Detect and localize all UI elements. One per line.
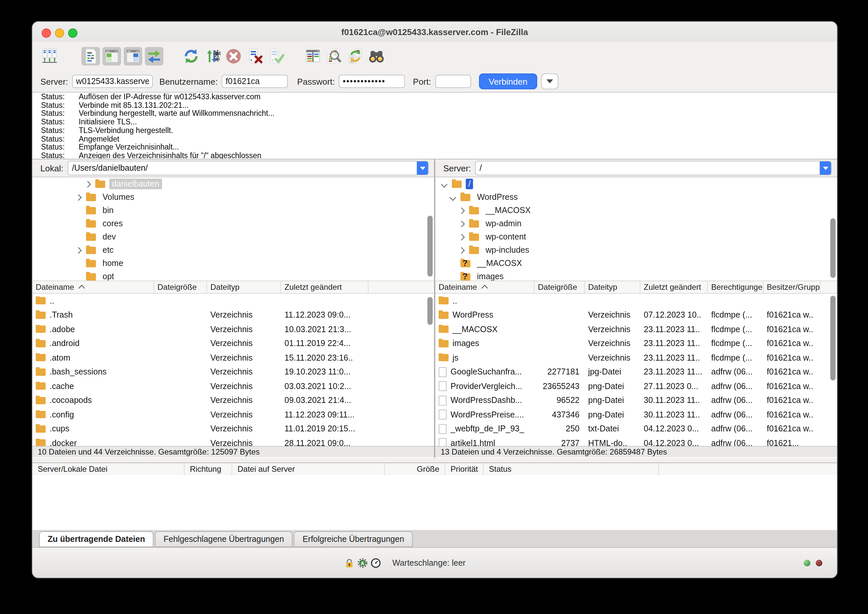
queue-tab[interactable]: Fehlgeschlagene Übertragungen: [155, 531, 293, 547]
queue-column-direction[interactable]: Richtung: [184, 463, 232, 475]
tree-item[interactable]: opt: [33, 270, 434, 281]
local-tree-scrollbar[interactable]: [427, 216, 432, 277]
file-row[interactable]: js Verzeichnis 23.11.2023 11.. flcdmpe (…: [436, 351, 837, 365]
tree-item[interactable]: wp-admin: [436, 217, 837, 230]
site-manager-icon[interactable]: [40, 47, 59, 65]
remote-file-list[interactable]: .. WordPress Verzeichnis 07.12.2023 10..…: [436, 294, 837, 446]
username-input[interactable]: [222, 75, 288, 88]
column-header-name[interactable]: Dateiname: [33, 281, 154, 293]
process-queue-icon[interactable]: [203, 47, 222, 65]
synchronized-browsing-icon[interactable]: [367, 47, 386, 65]
directory-comparison-icon[interactable]: [346, 47, 364, 65]
quickconnect-dropdown-button[interactable]: [541, 73, 558, 89]
queue-column-status[interactable]: Status: [484, 463, 659, 475]
expand-chevron-icon[interactable]: [441, 181, 448, 187]
server-input[interactable]: [72, 75, 153, 88]
expand-chevron-icon[interactable]: [75, 247, 82, 253]
refresh-icon[interactable]: [182, 47, 200, 65]
column-header-type[interactable]: Dateityp: [207, 281, 281, 293]
file-row[interactable]: ProviderVergleich... 23655243 png-Datei …: [436, 379, 837, 393]
cancel-operation-icon[interactable]: [224, 47, 243, 65]
file-row[interactable]: WordPressDashb... 96522 png-Datei 30.11.…: [436, 393, 837, 408]
column-header-size[interactable]: Dateigröße: [535, 281, 585, 293]
file-row[interactable]: artikel1.html 2737 HTML-do.. 04.12.2023 …: [436, 436, 837, 446]
password-input[interactable]: [339, 75, 405, 88]
queue-column-priority[interactable]: Priorität: [445, 463, 484, 475]
tree-item[interactable]: bin: [33, 204, 434, 217]
tree-item[interactable]: /: [436, 177, 837, 191]
gear-auto-icon[interactable]: A: [356, 557, 368, 569]
tree-item[interactable]: WordPress: [436, 191, 837, 204]
local-path-dropdown-button[interactable]: [417, 161, 428, 175]
column-header-size[interactable]: Dateigröße: [154, 281, 207, 293]
file-row[interactable]: WordPress Verzeichnis 07.12.2023 10.. fl…: [436, 308, 837, 322]
tree-item[interactable]: home: [33, 257, 434, 270]
queue-tab[interactable]: Zu übertragende Dateien: [39, 531, 154, 547]
local-directory-tree[interactable]: danielbauten Volumes bin: [33, 177, 434, 281]
expand-chevron-icon[interactable]: [458, 207, 465, 214]
file-row[interactable]: WordPressPreise.... 437346 png-Datei 30.…: [436, 408, 837, 422]
file-row[interactable]: .docker Verzeichnis 28.11.2021 09:0...: [33, 436, 434, 446]
local-path-combobox[interactable]: /Users/danielbauten/: [67, 161, 429, 175]
tree-item[interactable]: wp-includes: [436, 243, 837, 257]
file-row[interactable]: .android Verzeichnis 01.11.2019 22:4...: [33, 336, 434, 351]
reconnect-icon[interactable]: [267, 47, 285, 65]
remote-tree-toggle-icon[interactable]: [124, 47, 142, 65]
tree-item[interactable]: wp-content: [436, 230, 837, 243]
column-header-modified[interactable]: Zuletzt geändert: [281, 281, 369, 293]
directory-listing-icon[interactable]: [304, 47, 322, 65]
message-log[interactable]: Status: Auflösen der IP-Adresse für w012…: [33, 93, 837, 160]
remote-directory-tree[interactable]: / WordPress __MACOSX: [436, 177, 837, 281]
column-header-permissions[interactable]: Berechtigunge: [708, 281, 764, 293]
column-header-owner[interactable]: Besitzer/Grupp: [764, 281, 820, 293]
column-header-name[interactable]: Dateiname: [436, 281, 535, 293]
file-row[interactable]: GoogleSuchanfra... 2277181 jpg-Datei 23.…: [436, 365, 837, 379]
connect-button[interactable]: Verbinden: [479, 73, 537, 89]
file-row[interactable]: .cache Verzeichnis 03.03.2021 10:2...: [33, 379, 434, 393]
queue-column-size[interactable]: Größe: [385, 463, 445, 475]
tree-item[interactable]: __MACOSX: [436, 257, 837, 270]
port-input[interactable]: [435, 75, 471, 88]
disconnect-icon[interactable]: [245, 47, 264, 65]
local-list-scrollbar[interactable]: [427, 297, 432, 325]
queue-tab[interactable]: Erfolgreiche Übertragungen: [294, 531, 413, 547]
file-row[interactable]: .adobe Verzeichnis 10.03.2021 21:3...: [33, 322, 434, 336]
expand-chevron-icon[interactable]: [458, 234, 465, 240]
remote-tree-scrollbar[interactable]: [830, 219, 835, 278]
file-row[interactable]: .config Verzeichnis 11.12.2023 09:11...: [33, 408, 434, 422]
local-file-list[interactable]: .. .Trash Verzeichnis 11.12.2023 09:0...: [33, 294, 434, 446]
local-tree-toggle-icon[interactable]: [102, 47, 121, 65]
speed-limit-gauge-icon[interactable]: [370, 557, 381, 569]
expand-chevron-icon[interactable]: [458, 247, 465, 253]
lock-icon[interactable]: [343, 557, 355, 569]
expand-chevron-icon[interactable]: [84, 181, 91, 187]
tree-item[interactable]: danielbauten: [33, 177, 434, 191]
tree-item[interactable]: etc: [33, 243, 434, 257]
file-row[interactable]: .cocoapods Verzeichnis 09.03.2021 21:4..…: [33, 393, 434, 408]
file-row[interactable]: .atom Verzeichnis 15.11.2020 23:16..: [33, 351, 434, 365]
expand-chevron-icon[interactable]: [450, 194, 456, 200]
tree-item[interactable]: cores: [33, 217, 434, 230]
file-row[interactable]: images Verzeichnis 23.11.2023 11.. flcdm…: [436, 336, 837, 351]
file-row[interactable]: .bash_sessions Verzeichnis 19.10.2023 11…: [33, 365, 434, 379]
file-row[interactable]: .Trash Verzeichnis 11.12.2023 09:0...: [33, 308, 434, 322]
tree-item[interactable]: images: [436, 270, 837, 281]
transfer-queue-toggle-icon[interactable]: [145, 47, 163, 65]
queue-column-remote-file[interactable]: Datei auf Server: [232, 463, 385, 475]
queue-column-file[interactable]: Server/Lokale Datei: [33, 463, 184, 475]
remote-path-combobox[interactable]: /: [475, 161, 832, 175]
filename-filters-icon[interactable]: [325, 47, 343, 65]
file-row[interactable]: __MACOSX Verzeichnis 23.11.2023 11.. flc…: [436, 322, 837, 336]
tree-item[interactable]: Volumes: [33, 191, 434, 204]
file-row[interactable]: ..: [436, 294, 837, 308]
column-header-type[interactable]: Dateityp: [585, 281, 640, 293]
file-row[interactable]: ..: [33, 294, 434, 308]
column-header-modified[interactable]: Zuletzt geändert: [640, 281, 708, 293]
remote-list-scrollbar[interactable]: [830, 296, 835, 380]
queue-body[interactable]: [33, 475, 837, 530]
expand-chevron-icon[interactable]: [75, 194, 82, 200]
file-row[interactable]: .cups Verzeichnis 11.01.2019 20:15...: [33, 422, 434, 436]
remote-path-dropdown-button[interactable]: [820, 161, 831, 175]
file-row[interactable]: _webftp_de_IP_93_ 250 txt-Datei 04.12.20…: [436, 422, 837, 436]
message-log-toggle-icon[interactable]: [81, 47, 100, 65]
